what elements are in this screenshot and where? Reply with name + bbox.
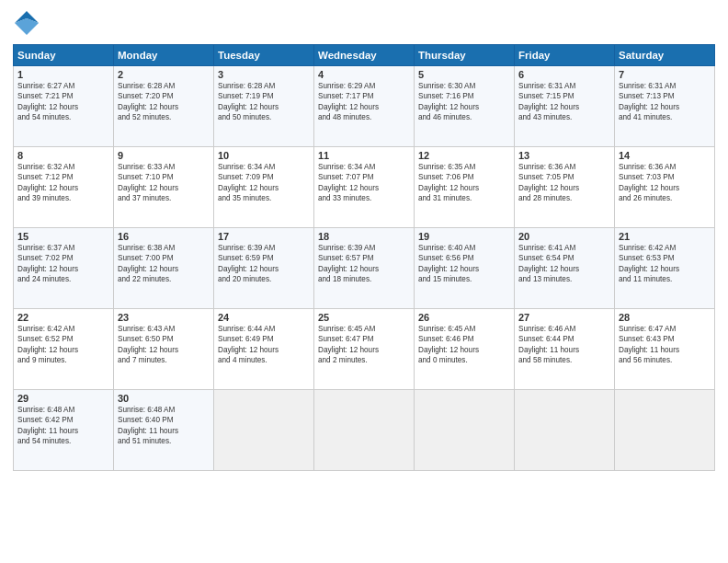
cell-info: Sunrise: 6:28 AM Sunset: 7:20 PM Dayligh… (118, 81, 210, 123)
cell-info: Sunrise: 6:45 AM Sunset: 6:47 PM Dayligh… (318, 324, 410, 366)
calendar-cell: 1Sunrise: 6:27 AM Sunset: 7:21 PM Daylig… (14, 66, 114, 147)
cell-info: Sunrise: 6:29 AM Sunset: 7:17 PM Dayligh… (318, 81, 410, 123)
calendar-cell: 24Sunrise: 6:44 AM Sunset: 6:49 PM Dayli… (214, 309, 314, 390)
day-number: 24 (218, 312, 310, 323)
logo (13, 9, 44, 37)
cell-info: Sunrise: 6:45 AM Sunset: 6:46 PM Dayligh… (418, 324, 510, 366)
calendar-cell: 3Sunrise: 6:28 AM Sunset: 7:19 PM Daylig… (214, 66, 314, 147)
day-number: 6 (518, 69, 610, 80)
col-header-monday: Monday (114, 45, 214, 66)
cell-info: Sunrise: 6:42 AM Sunset: 6:53 PM Dayligh… (619, 243, 711, 285)
cell-info: Sunrise: 6:46 AM Sunset: 6:44 PM Dayligh… (518, 324, 610, 366)
cell-info: Sunrise: 6:36 AM Sunset: 7:03 PM Dayligh… (619, 162, 711, 204)
calendar-cell: 21Sunrise: 6:42 AM Sunset: 6:53 PM Dayli… (615, 228, 715, 309)
cell-info: Sunrise: 6:36 AM Sunset: 7:05 PM Dayligh… (518, 162, 610, 204)
col-header-sunday: Sunday (14, 45, 114, 66)
calendar-cell: 5Sunrise: 6:30 AM Sunset: 7:16 PM Daylig… (415, 66, 515, 147)
day-number: 1 (17, 69, 109, 80)
cell-info: Sunrise: 6:39 AM Sunset: 6:59 PM Dayligh… (218, 243, 310, 285)
calendar: SundayMondayTuesdayWednesdayThursdayFrid… (13, 44, 715, 471)
cell-info: Sunrise: 6:31 AM Sunset: 7:13 PM Dayligh… (619, 81, 711, 123)
day-number: 29 (17, 393, 109, 404)
calendar-cell: 14Sunrise: 6:36 AM Sunset: 7:03 PM Dayli… (615, 147, 715, 228)
cell-info: Sunrise: 6:43 AM Sunset: 6:50 PM Dayligh… (118, 324, 210, 366)
day-number: 21 (619, 231, 711, 242)
cell-info: Sunrise: 6:38 AM Sunset: 7:00 PM Dayligh… (118, 243, 210, 285)
day-number: 2 (118, 69, 210, 80)
col-header-thursday: Thursday (415, 45, 515, 66)
cell-info: Sunrise: 6:40 AM Sunset: 6:56 PM Dayligh… (418, 243, 510, 285)
calendar-cell (314, 390, 415, 471)
day-number: 19 (418, 231, 510, 242)
calendar-cell: 25Sunrise: 6:45 AM Sunset: 6:47 PM Dayli… (314, 309, 415, 390)
calendar-cell: 4Sunrise: 6:29 AM Sunset: 7:17 PM Daylig… (314, 66, 415, 147)
cell-info: Sunrise: 6:32 AM Sunset: 7:12 PM Dayligh… (17, 162, 109, 204)
col-header-tuesday: Tuesday (214, 45, 314, 66)
col-header-friday: Friday (515, 45, 615, 66)
day-number: 3 (218, 69, 310, 80)
calendar-cell: 26Sunrise: 6:45 AM Sunset: 6:46 PM Dayli… (415, 309, 515, 390)
calendar-cell (615, 390, 715, 471)
calendar-cell: 7Sunrise: 6:31 AM Sunset: 7:13 PM Daylig… (615, 66, 715, 147)
day-number: 15 (17, 231, 109, 242)
logo-icon (13, 9, 40, 37)
calendar-cell: 23Sunrise: 6:43 AM Sunset: 6:50 PM Dayli… (114, 309, 214, 390)
day-number: 18 (318, 231, 410, 242)
calendar-cell: 20Sunrise: 6:41 AM Sunset: 6:54 PM Dayli… (515, 228, 615, 309)
day-number: 8 (17, 150, 109, 161)
day-number: 5 (418, 69, 510, 80)
day-number: 11 (318, 150, 410, 161)
day-number: 16 (118, 231, 210, 242)
calendar-cell (415, 390, 515, 471)
day-number: 9 (118, 150, 210, 161)
cell-info: Sunrise: 6:34 AM Sunset: 7:09 PM Dayligh… (218, 162, 310, 204)
day-number: 25 (318, 312, 410, 323)
cell-info: Sunrise: 6:42 AM Sunset: 6:52 PM Dayligh… (17, 324, 109, 366)
cell-info: Sunrise: 6:48 AM Sunset: 6:40 PM Dayligh… (118, 405, 210, 447)
cell-info: Sunrise: 6:44 AM Sunset: 6:49 PM Dayligh… (218, 324, 310, 366)
cell-info: Sunrise: 6:27 AM Sunset: 7:21 PM Dayligh… (17, 81, 109, 123)
calendar-cell: 29Sunrise: 6:48 AM Sunset: 6:42 PM Dayli… (14, 390, 114, 471)
calendar-cell: 28Sunrise: 6:47 AM Sunset: 6:43 PM Dayli… (615, 309, 715, 390)
cell-info: Sunrise: 6:41 AM Sunset: 6:54 PM Dayligh… (518, 243, 610, 285)
calendar-cell (214, 390, 314, 471)
day-number: 14 (619, 150, 711, 161)
cell-info: Sunrise: 6:39 AM Sunset: 6:57 PM Dayligh… (318, 243, 410, 285)
cell-info: Sunrise: 6:48 AM Sunset: 6:42 PM Dayligh… (17, 405, 109, 447)
calendar-cell: 15Sunrise: 6:37 AM Sunset: 7:02 PM Dayli… (14, 228, 114, 309)
col-header-wednesday: Wednesday (314, 45, 415, 66)
calendar-cell: 18Sunrise: 6:39 AM Sunset: 6:57 PM Dayli… (314, 228, 415, 309)
day-number: 17 (218, 231, 310, 242)
cell-info: Sunrise: 6:47 AM Sunset: 6:43 PM Dayligh… (619, 324, 711, 366)
calendar-cell: 11Sunrise: 6:34 AM Sunset: 7:07 PM Dayli… (314, 147, 415, 228)
calendar-cell: 12Sunrise: 6:35 AM Sunset: 7:06 PM Dayli… (415, 147, 515, 228)
calendar-cell: 30Sunrise: 6:48 AM Sunset: 6:40 PM Dayli… (114, 390, 214, 471)
calendar-cell (515, 390, 615, 471)
day-number: 7 (619, 69, 711, 80)
calendar-cell: 10Sunrise: 6:34 AM Sunset: 7:09 PM Dayli… (214, 147, 314, 228)
cell-info: Sunrise: 6:30 AM Sunset: 7:16 PM Dayligh… (418, 81, 510, 123)
day-number: 22 (17, 312, 109, 323)
day-number: 13 (518, 150, 610, 161)
calendar-cell: 16Sunrise: 6:38 AM Sunset: 7:00 PM Dayli… (114, 228, 214, 309)
day-number: 30 (118, 393, 210, 404)
day-number: 27 (518, 312, 610, 323)
calendar-cell: 9Sunrise: 6:33 AM Sunset: 7:10 PM Daylig… (114, 147, 214, 228)
calendar-cell: 2Sunrise: 6:28 AM Sunset: 7:20 PM Daylig… (114, 66, 214, 147)
calendar-cell: 17Sunrise: 6:39 AM Sunset: 6:59 PM Dayli… (214, 228, 314, 309)
calendar-cell: 6Sunrise: 6:31 AM Sunset: 7:15 PM Daylig… (515, 66, 615, 147)
day-number: 28 (619, 312, 711, 323)
cell-info: Sunrise: 6:34 AM Sunset: 7:07 PM Dayligh… (318, 162, 410, 204)
cell-info: Sunrise: 6:37 AM Sunset: 7:02 PM Dayligh… (17, 243, 109, 285)
day-number: 26 (418, 312, 510, 323)
col-header-saturday: Saturday (615, 45, 715, 66)
calendar-cell: 22Sunrise: 6:42 AM Sunset: 6:52 PM Dayli… (14, 309, 114, 390)
cell-info: Sunrise: 6:28 AM Sunset: 7:19 PM Dayligh… (218, 81, 310, 123)
day-number: 10 (218, 150, 310, 161)
cell-info: Sunrise: 6:33 AM Sunset: 7:10 PM Dayligh… (118, 162, 210, 204)
calendar-cell: 27Sunrise: 6:46 AM Sunset: 6:44 PM Dayli… (515, 309, 615, 390)
calendar-cell: 13Sunrise: 6:36 AM Sunset: 7:05 PM Dayli… (515, 147, 615, 228)
day-number: 12 (418, 150, 510, 161)
calendar-cell: 19Sunrise: 6:40 AM Sunset: 6:56 PM Dayli… (415, 228, 515, 309)
day-number: 23 (118, 312, 210, 323)
